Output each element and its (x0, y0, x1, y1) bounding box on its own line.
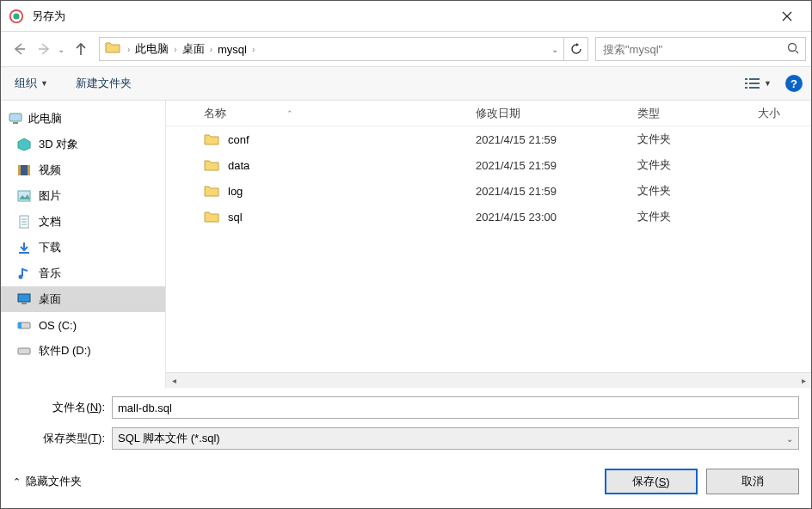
folder-icon (204, 132, 219, 146)
back-button[interactable] (6, 36, 32, 62)
refresh-button[interactable] (563, 38, 587, 60)
svg-rect-8 (749, 87, 760, 89)
tree-item-5[interactable]: 音乐 (1, 261, 165, 286)
file-date: 2021/4/15 23:00 (476, 211, 637, 224)
search-box[interactable] (595, 37, 806, 61)
file-name: log (228, 185, 243, 198)
cancel-label: 取消 (741, 474, 764, 489)
svg-rect-20 (18, 322, 22, 328)
download-icon (16, 240, 32, 255)
svg-rect-4 (749, 78, 760, 80)
address-history-dropdown[interactable]: ⌄ (546, 45, 563, 54)
pc-icon (8, 111, 23, 126)
folder-icon (204, 184, 219, 198)
svg-rect-9 (9, 113, 22, 121)
svg-rect-13 (28, 165, 30, 175)
svg-rect-5 (745, 83, 747, 84)
folder-tree[interactable]: 此电脑 3D 对象视频图片文档下载音乐桌面OS (C:)软件D (D:) (1, 101, 166, 388)
tree-item-2[interactable]: 图片 (1, 183, 165, 209)
picture-icon (16, 188, 32, 204)
column-date[interactable]: 修改日期 (476, 106, 637, 121)
up-button[interactable] (68, 36, 94, 62)
file-date: 2021/4/15 21:59 (476, 185, 637, 198)
video-icon (16, 163, 32, 178)
chevron-right-icon[interactable]: › (172, 45, 178, 54)
cancel-button[interactable]: 取消 (706, 469, 799, 494)
file-row[interactable]: data2021/4/15 21:59文件夹 (166, 152, 811, 178)
tree-item-0[interactable]: 3D 对象 (1, 132, 165, 157)
file-row[interactable]: log2021/4/15 21:59文件夹 (166, 178, 811, 204)
svg-rect-18 (22, 303, 27, 304)
sort-indicator: ⌃ (286, 109, 293, 118)
tree-item-label: OS (C:) (39, 319, 77, 332)
svg-point-16 (19, 275, 23, 279)
svg-rect-21 (18, 348, 30, 354)
horizontal-scrollbar[interactable]: ◂ ▸ (166, 372, 811, 388)
app-icon (8, 8, 25, 25)
scroll-left-icon[interactable]: ◂ (166, 376, 181, 385)
svg-rect-17 (18, 294, 30, 302)
doc-icon (16, 214, 32, 230)
tree-root-pc[interactable]: 此电脑 (1, 106, 165, 132)
tree-item-label: 软件D (D:) (39, 343, 91, 359)
svg-point-1 (13, 13, 19, 19)
tree-item-7[interactable]: OS (C:) (1, 312, 165, 338)
file-type: 文件夹 (637, 209, 758, 224)
search-input[interactable] (596, 43, 781, 56)
drive-icon (16, 343, 32, 359)
svg-rect-10 (13, 122, 18, 124)
breadcrumb-desktop[interactable]: 桌面 (179, 41, 208, 57)
address-bar[interactable]: › 此电脑 › 桌面 › mysql › ⌄ (99, 37, 588, 61)
drive-c-icon (16, 317, 32, 333)
file-list[interactable]: conf2021/4/15 21:59文件夹data2021/4/15 21:5… (166, 126, 811, 372)
column-name[interactable]: 名称 ⌃ (166, 106, 476, 121)
scroll-right-icon[interactable]: ▸ (796, 376, 811, 385)
chevron-right-icon[interactable]: › (208, 45, 214, 54)
column-headers[interactable]: 名称 ⌃ 修改日期 类型 大小 (166, 101, 811, 126)
help-button[interactable]: ? (785, 75, 803, 92)
filetype-label: 保存类型(T): (13, 431, 112, 446)
file-row[interactable]: conf2021/4/15 21:59文件夹 (166, 126, 811, 152)
file-type: 文件夹 (637, 183, 758, 199)
column-size[interactable]: 大小 (758, 106, 811, 121)
breadcrumb-mysql[interactable]: mysql (214, 43, 250, 56)
filename-input[interactable] (112, 396, 799, 419)
desktop-icon (16, 291, 32, 307)
window-title: 另存为 (32, 9, 770, 24)
new-folder-label: 新建文件夹 (76, 76, 132, 91)
save-button[interactable]: 保存(S) (605, 469, 698, 494)
cube-icon (16, 137, 32, 152)
svg-rect-7 (745, 87, 747, 89)
file-name: conf (228, 133, 249, 146)
breadcrumb-pc[interactable]: 此电脑 (132, 41, 172, 57)
file-type: 文件夹 (637, 132, 758, 147)
tree-item-label: 3D 对象 (39, 137, 78, 152)
search-icon[interactable] (781, 42, 805, 57)
tree-item-label: 文档 (39, 214, 61, 230)
close-button[interactable] (770, 1, 804, 32)
new-folder-button[interactable]: 新建文件夹 (71, 72, 137, 95)
hide-folders-label: 隐藏文件夹 (26, 474, 82, 489)
tree-item-6[interactable]: 桌面 (1, 286, 165, 312)
organize-label: 组织 (15, 76, 37, 91)
history-dropdown[interactable]: ⌄ (58, 45, 68, 54)
chevron-down-icon: ⌄ (786, 434, 793, 444)
forward-button[interactable] (32, 36, 58, 62)
file-row[interactable]: sql2021/4/15 23:00文件夹 (166, 204, 811, 230)
chevron-right-icon[interactable]: › (126, 45, 132, 54)
view-options-button[interactable]: ▼ (741, 75, 775, 92)
tree-item-1[interactable]: 视频 (1, 157, 165, 183)
organize-menu[interactable]: 组织 ▼ (9, 72, 53, 95)
tree-item-8[interactable]: 软件D (D:) (1, 338, 165, 364)
chevron-right-icon[interactable]: › (250, 45, 256, 54)
folder-icon (204, 158, 219, 172)
tree-item-4[interactable]: 下载 (1, 235, 165, 261)
tree-item-label: 桌面 (39, 291, 61, 307)
tree-item-3[interactable]: 文档 (1, 209, 165, 235)
file-date: 2021/4/15 21:59 (476, 159, 637, 172)
chevron-down-icon: ▼ (40, 79, 48, 88)
svg-rect-12 (18, 165, 21, 175)
hide-folders-toggle[interactable]: ⌃ 隐藏文件夹 (13, 474, 82, 489)
filetype-select[interactable]: SQL 脚本文件 (*.sql) ⌄ (112, 427, 799, 450)
column-type[interactable]: 类型 (637, 106, 758, 121)
